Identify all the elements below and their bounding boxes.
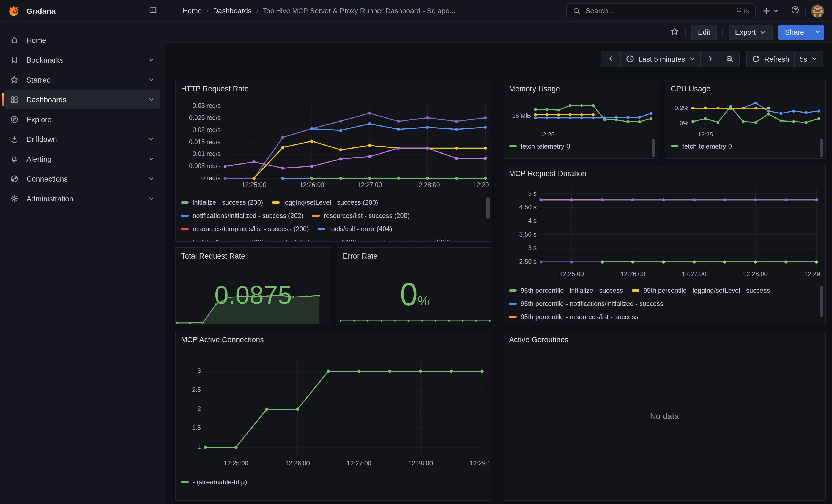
chevron-down-icon [148,176,155,182]
sidebar-item-connections[interactable]: Connections [4,169,160,188]
legend-item[interactable]: 95th percentile - notifications/initiali… [509,300,664,308]
refresh-interval-picker[interactable]: 5s [794,51,823,67]
panel-mcp-active-connections: MCP Active Connections 12:25:0012:26:001… [175,331,493,501]
legend-label: resources/templates/list - success (200) [192,225,309,233]
legend-item[interactable]: 95th percentile - initialize - success [509,287,623,294]
panel-title[interactable]: CPU Usage [671,85,710,93]
user-avatar[interactable] [811,4,824,17]
sidebar-item-explore[interactable]: Explore [4,110,160,129]
http-request-rate-chart: 12:25:0012:26:0012:27:0012:28:0012:29:00… [180,98,489,192]
dashboard-toolbar: Edit Export Share [165,22,832,43]
share-split-button: Share [778,25,824,40]
grafana-app: Grafana Home › Dashboards › ToolHive MCP… [0,0,832,504]
legend-color-chip [509,316,517,318]
error-rate-sparkline [339,316,491,322]
time-range-picker[interactable]: Last 5 minutes [620,51,701,67]
legend-color-chip [312,215,320,217]
legend-item[interactable]: logging/setLevel - success (200) [272,198,378,206]
header-left: Grafana [0,5,165,17]
svg-text:0.03 req/s: 0.03 req/s [192,102,220,109]
sidebar-collapse-icon[interactable] [149,5,157,16]
breadcrumb-home[interactable]: Home [183,7,202,15]
panel-title[interactable]: Error Rate [343,252,378,260]
svg-text:0.02 req/s: 0.02 req/s [192,126,220,133]
legend-label: tools/call - error (404) [329,225,392,233]
svg-text:0.01 req/s: 0.01 req/s [192,150,220,157]
scrollbar-thumb[interactable] [820,286,823,317]
legend-label: unknown - success (200) [377,238,450,241]
legend-item[interactable]: tools/call - error (404) [318,225,392,233]
panel-title[interactable]: HTTP Request Rate [181,85,249,93]
time-back-button[interactable] [601,51,621,67]
export-button[interactable]: Export [728,25,773,40]
legend-item[interactable]: notifications/initialized - success (202… [181,212,304,219]
svg-text:12:26:00: 12:26:00 [620,270,645,277]
panel-title[interactable]: MCP Request Duration [509,169,586,178]
edit-button[interactable]: Edit [692,25,717,40]
stat-value: 0.0875 [176,281,331,309]
scrollbar-thumb[interactable] [487,197,490,219]
legend-item[interactable]: - (streamable-http) [181,478,247,486]
sidebar-item-home[interactable]: Home [4,31,160,50]
legend-label: tools/call - success (200) [192,238,265,241]
svg-text:12:25: 12:25 [539,131,554,138]
chevron-down-icon [148,195,155,202]
chevron-down-icon [148,77,155,83]
star-dashboard-button[interactable] [670,26,680,38]
legend-item[interactable]: tools/call - success (200) [181,238,265,241]
share-button[interactable]: Share [778,25,810,40]
help-button[interactable] [791,5,800,16]
sidebar-item-label: Bookmarks [26,56,63,64]
gear-icon [10,194,19,203]
sidebar-item-dashboards[interactable]: Dashboards [4,90,160,109]
sidebar-item-drilldown[interactable]: Drilldown [4,130,160,149]
sidebar-item-label: Dashboards [26,96,67,104]
svg-text:3.50 s: 3.50 s [519,231,537,238]
divider [685,28,686,36]
refresh-button[interactable]: Refresh [746,51,795,67]
scrollbar-thumb[interactable] [652,139,655,157]
svg-text:4 s: 4 s [528,217,537,224]
panel-title[interactable]: MCP Active Connections [181,336,264,344]
legend-item[interactable]: 95th percentile - resources/list - succe… [509,313,638,321]
sidebar-item-starred[interactable]: Starred [4,71,160,89]
legend-item[interactable]: 95th percentile - logging/setLevel - suc… [632,287,770,294]
sidebar-nav: HomeBookmarksStarredDashboardsExploreDri… [0,22,165,504]
breadcrumb-dashboards[interactable]: Dashboards [213,7,252,15]
scrollbar-thumb[interactable] [820,139,823,157]
panel-title[interactable]: Total Request Rate [181,252,245,260]
panel-title[interactable]: Active Goroutines [509,336,569,344]
svg-text:3 s: 3 s [528,244,537,251]
star-icon [10,75,19,84]
legend-item[interactable]: tools/list - success (200) [274,238,356,241]
panel-title[interactable]: Memory Usage [509,85,560,93]
sidebar-item-administration[interactable]: Administration [4,189,160,208]
legend-item[interactable]: unknown - success (200) [365,238,450,241]
panel-active-goroutines: Active Goroutines No data [503,331,826,501]
sidebar-item-bookmarks[interactable]: Bookmarks [4,51,160,69]
legend-item[interactable]: resources/list - success (200) [312,212,410,219]
svg-text:0 req/s: 0 req/s [201,175,220,182]
legend-item[interactable]: fetch-telemetry-0 [671,142,732,150]
svg-text:12:27:00: 12:27:00 [357,181,382,188]
svg-text:12:28:00: 12:28:00 [743,270,768,277]
svg-text:2.50 s: 2.50 s [519,258,537,265]
search-input[interactable]: Search... ⌘+k [566,3,755,18]
legend-item[interactable]: initialize - success (200) [181,198,263,206]
sidebar-item-label: Home [26,36,46,44]
grafana-logo-icon[interactable] [8,5,20,17]
legend-item[interactable]: fetch-telemetry-0 [509,142,570,150]
chevron-down-icon [811,56,818,62]
svg-text:12:27:00: 12:27:00 [347,460,371,467]
divider [805,6,806,15]
sidebar-item-alerting[interactable]: Alerting [4,150,160,168]
legend-label: 95th percentile - initialize - success [521,287,623,294]
legend-item[interactable]: resources/templates/list - success (200) [181,225,309,233]
time-forward-button[interactable] [700,51,720,67]
svg-text:0.005 req/s: 0.005 req/s [189,162,220,169]
add-new-button[interactable] [762,6,779,15]
legend-label: 95th percentile - resources/list - succe… [521,313,638,321]
sidebar-item-label: Connections [26,175,68,183]
zoom-out-button[interactable] [720,51,739,67]
share-dropdown-button[interactable] [810,25,824,40]
